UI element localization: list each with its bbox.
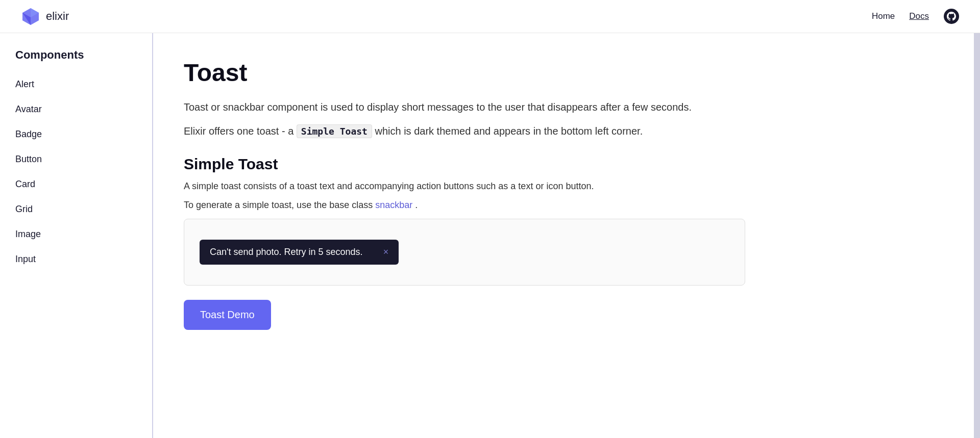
section-desc2-prefix: To generate a simple toast, use the base… [184,200,375,210]
main-layout: Components Alert Avatar Badge Button Car… [0,33,980,438]
content-area: Toast Toast or snackbar component is use… [153,33,974,438]
section-desc1: A simple toast consists of a toast text … [184,181,943,192]
inline-code: Simple Toast [297,124,372,138]
snackbar-message: Can't send photo. Retry in 5 seconds. [210,247,363,257]
section-desc2-suffix: . [415,200,418,210]
sidebar-item-badge[interactable]: Badge [0,122,152,147]
inline-note-suffix: which is dark themed and appears in the … [375,125,643,137]
section-desc2: To generate a simple toast, use the base… [184,200,943,211]
sidebar-item-alert[interactable]: Alert [0,72,152,97]
sidebar-item-card[interactable]: Card [0,172,152,197]
snackbar-close-button[interactable]: × [383,247,389,257]
sidebar-item-grid[interactable]: Grid [0,197,152,222]
snackbar-component: Can't send photo. Retry in 5 seconds. × [200,240,399,265]
demo-preview-box: Can't send photo. Retry in 5 seconds. × [184,219,745,286]
sidebar-item-button[interactable]: Button [0,147,152,172]
header-nav: Home Docs [872,8,960,24]
right-scrollbar[interactable] [974,33,980,438]
github-icon[interactable] [943,8,960,24]
nav-docs[interactable]: Docs [909,11,929,21]
sidebar-item-image[interactable]: Image [0,222,152,247]
sidebar: Components Alert Avatar Badge Button Car… [0,33,153,438]
snackbar-class-link[interactable]: snackbar [375,200,412,210]
logo-text: elixir [46,10,69,23]
svg-point-3 [944,9,959,24]
close-icon: × [383,247,389,257]
inline-note: Elixir offers one toast - a Simple Toast… [184,125,943,137]
section-title: Simple Toast [184,156,943,173]
header: elixir Home Docs [0,0,980,33]
inline-note-prefix: Elixir offers one toast - a [184,125,297,137]
toast-demo-button[interactable]: Toast Demo [184,300,271,330]
logo[interactable]: elixir [20,6,69,27]
page-title: Toast [184,59,943,87]
page-description: Toast or snackbar component is used to d… [184,99,745,115]
nav-home[interactable]: Home [872,11,895,21]
sidebar-item-input[interactable]: Input [0,247,152,272]
sidebar-item-avatar[interactable]: Avatar [0,97,152,122]
logo-icon [20,6,41,27]
sidebar-title: Components [0,48,152,72]
